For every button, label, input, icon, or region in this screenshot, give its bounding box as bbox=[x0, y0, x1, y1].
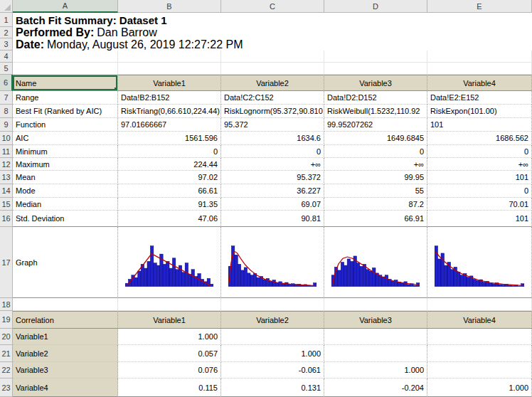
summary-header-variable2[interactable]: Variable2 bbox=[221, 75, 324, 91]
correlation-cell[interactable]: 0.115 bbox=[118, 379, 221, 397]
summary-cell[interactable]: 0 bbox=[427, 184, 532, 198]
row-header-3[interactable]: 3 bbox=[0, 38, 13, 51]
summary-cell[interactable]: RiskLognorm(95.372,90.810 bbox=[221, 105, 324, 118]
summary-cell[interactable]: +∞ bbox=[221, 158, 324, 171]
summary-row-label[interactable]: Maximum bbox=[13, 158, 118, 171]
correlation-cell[interactable] bbox=[324, 329, 427, 345]
summary-cell[interactable]: 1686.562 bbox=[427, 132, 532, 145]
summary-cell[interactable]: Data!E2:E152 bbox=[427, 91, 532, 105]
date-cell[interactable]: Date:Monday, August 26, 2019 12:27:22 PM bbox=[13, 38, 532, 51]
empty-cell[interactable] bbox=[221, 63, 324, 75]
empty-cell[interactable] bbox=[13, 298, 118, 311]
correlation-cell[interactable] bbox=[427, 329, 532, 345]
row-header-16[interactable]: 16 bbox=[0, 211, 13, 227]
summary-cell[interactable]: 87.2 bbox=[324, 198, 427, 211]
row-header-8[interactable]: 8 bbox=[0, 105, 13, 118]
correlation-cell[interactable]: 1.000 bbox=[221, 345, 324, 362]
graph-variable1[interactable] bbox=[118, 227, 221, 298]
summary-cell[interactable]: 1634.6 bbox=[221, 132, 324, 145]
row-header-20[interactable]: 20 bbox=[0, 329, 13, 345]
summary-cell[interactable]: 95.372 bbox=[221, 118, 324, 132]
correlation-cell[interactable] bbox=[427, 362, 532, 379]
summary-cell[interactable]: 99.95 bbox=[324, 171, 427, 184]
correlation-cell[interactable]: -0.061 bbox=[221, 362, 324, 379]
summary-cell[interactable]: Data!C2:C152 bbox=[221, 91, 324, 105]
sheet-title[interactable]: Batch Fit Summary: Dataset 1 bbox=[13, 13, 532, 27]
summary-cell[interactable]: 66.91 bbox=[324, 211, 427, 227]
correlation-cell[interactable]: 0.131 bbox=[221, 379, 324, 397]
empty-cell[interactable] bbox=[221, 298, 324, 311]
summary-cell[interactable]: 101 bbox=[427, 118, 532, 132]
summary-row-label[interactable]: AIC bbox=[13, 132, 118, 145]
correlation-cell[interactable]: 1.000 bbox=[427, 379, 532, 397]
graph-variable4[interactable] bbox=[427, 227, 532, 298]
correlation-cell[interactable]: 1.000 bbox=[118, 329, 221, 345]
empty-cell[interactable] bbox=[13, 63, 118, 75]
empty-cell[interactable] bbox=[324, 63, 427, 75]
correlation-cell[interactable] bbox=[324, 345, 427, 362]
row-header-12[interactable]: 12 bbox=[0, 158, 13, 171]
summary-cell[interactable]: 90.81 bbox=[221, 211, 324, 227]
empty-cell[interactable] bbox=[427, 298, 532, 311]
row-header-17[interactable]: 17 bbox=[0, 227, 13, 298]
empty-cell[interactable] bbox=[118, 63, 221, 75]
summary-cell[interactable]: 0 bbox=[427, 145, 532, 158]
summary-cell[interactable]: +∞ bbox=[324, 158, 427, 171]
summary-cell[interactable]: 0 bbox=[118, 145, 221, 158]
summary-header-variable4[interactable]: Variable4 bbox=[427, 75, 532, 91]
summary-cell[interactable]: RiskExpon(101.00) bbox=[427, 105, 532, 118]
row-header-9[interactable]: 9 bbox=[0, 118, 13, 132]
correlation-header-variable4[interactable]: Variable4 bbox=[427, 311, 532, 329]
row-header-13[interactable]: 13 bbox=[0, 171, 13, 184]
summary-cell[interactable]: 91.35 bbox=[118, 198, 221, 211]
performed-by-cell[interactable]: Performed By:Dan Barrow bbox=[13, 27, 532, 38]
row-header-21[interactable]: 21 bbox=[0, 345, 13, 362]
correlation-cell[interactable]: 1.000 bbox=[324, 362, 427, 379]
row-header-15[interactable]: 15 bbox=[0, 198, 13, 211]
summary-cell[interactable]: 0 bbox=[221, 145, 324, 158]
summary-cell[interactable]: +∞ bbox=[427, 158, 532, 171]
correlation-row-label[interactable]: Variable3 bbox=[13, 362, 118, 379]
row-header-4[interactable]: 4 bbox=[0, 51, 13, 63]
column-header-E[interactable]: E bbox=[427, 0, 532, 13]
row-header-7[interactable]: 7 bbox=[0, 91, 13, 105]
summary-cell[interactable]: 224.44 bbox=[118, 158, 221, 171]
summary-row-label[interactable]: Mean bbox=[13, 171, 118, 184]
row-header-2[interactable]: 2 bbox=[0, 27, 13, 38]
summary-cell[interactable]: 97.02 bbox=[118, 171, 221, 184]
empty-cell[interactable] bbox=[427, 63, 532, 75]
row-header-19[interactable]: 19 bbox=[0, 311, 13, 329]
summary-row-label[interactable]: Function bbox=[13, 118, 118, 132]
empty-cell[interactable] bbox=[118, 51, 221, 63]
summary-cell[interactable]: 101 bbox=[427, 211, 532, 227]
summary-cell[interactable]: 66.61 bbox=[118, 184, 221, 198]
correlation-cell[interactable]: 0.076 bbox=[118, 362, 221, 379]
row-header-18[interactable]: 18 bbox=[0, 298, 13, 311]
summary-cell[interactable]: 36.227 bbox=[221, 184, 324, 198]
empty-cell[interactable] bbox=[324, 298, 427, 311]
empty-cell[interactable] bbox=[221, 51, 324, 63]
summary-cell[interactable]: 69.07 bbox=[221, 198, 324, 211]
summary-cell[interactable]: RiskTriang(0,66.610,224.44) bbox=[118, 105, 221, 118]
summary-row-label[interactable]: Range bbox=[13, 91, 118, 105]
column-header-D[interactable]: D bbox=[324, 0, 427, 13]
column-header-A[interactable]: A bbox=[13, 0, 118, 13]
cell-correlation-header[interactable]: Correlation bbox=[13, 311, 118, 329]
summary-header-variable1[interactable]: Variable1 bbox=[118, 75, 221, 91]
cell-name-header[interactable]: Name bbox=[13, 75, 118, 91]
graph-variable2[interactable] bbox=[221, 227, 324, 298]
summary-row-label[interactable]: Mode bbox=[13, 184, 118, 198]
correlation-cell[interactable]: 0.057 bbox=[118, 345, 221, 362]
summary-cell[interactable]: RiskWeibull(1.5232,110.92 bbox=[324, 105, 427, 118]
summary-cell[interactable]: 97.01666667 bbox=[118, 118, 221, 132]
row-header-6[interactable]: 6 bbox=[0, 75, 13, 91]
row-header-11[interactable]: 11 bbox=[0, 145, 13, 158]
summary-cell[interactable]: 99.95207262 bbox=[324, 118, 427, 132]
empty-cell[interactable] bbox=[13, 51, 118, 63]
summary-cell[interactable]: 70.01 bbox=[427, 198, 532, 211]
correlation-header-variable2[interactable]: Variable2 bbox=[221, 311, 324, 329]
correlation-cell[interactable] bbox=[221, 329, 324, 345]
select-all-corner[interactable] bbox=[0, 0, 13, 13]
summary-cell[interactable]: 47.06 bbox=[118, 211, 221, 227]
graph-row-label[interactable]: Graph bbox=[13, 227, 118, 298]
